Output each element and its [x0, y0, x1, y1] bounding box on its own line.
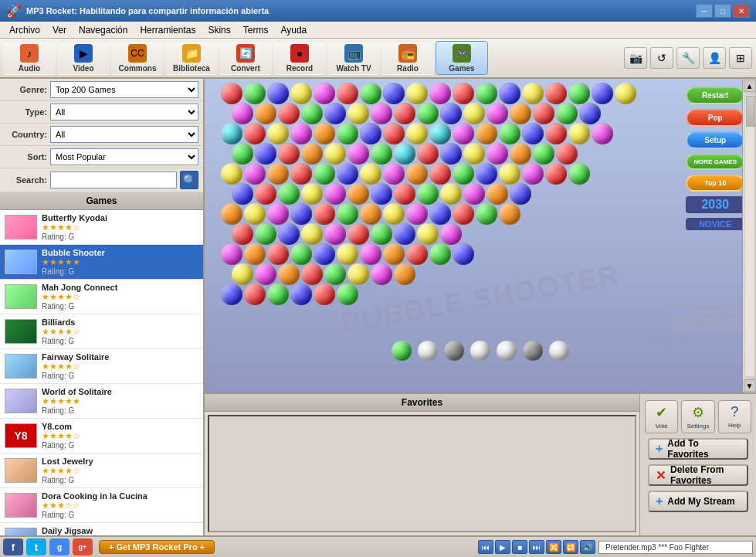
game-thumbnail	[5, 354, 37, 379]
game-info: World of Solitaire★★★★★Rating: G	[42, 387, 198, 415]
toolbar-commons[interactable]: CC Commons	[111, 41, 164, 75]
minimize-button[interactable]: ─	[696, 4, 713, 18]
more-games-button[interactable]: MORE GAMES	[686, 154, 744, 170]
favorites-panel: Favorites	[205, 394, 640, 535]
top10-button[interactable]: Top 10	[686, 175, 744, 192]
game-scrollbar[interactable]: ▲ ▼	[742, 79, 756, 392]
game-stars: ★★★☆☆	[42, 501, 198, 511]
settings-button[interactable]: 🔧	[676, 47, 700, 69]
screenshot-button[interactable]: 📷	[624, 47, 647, 69]
game-list-item[interactable]: Butterfly Kyodai★★★★☆Rating: G	[0, 210, 203, 245]
googleplus-button[interactable]: g+	[73, 538, 93, 555]
search-input[interactable]	[50, 172, 177, 188]
genre-select[interactable]: Top 200 Games Action Puzzle	[50, 81, 198, 98]
game-rating: Rating: G	[42, 337, 198, 345]
game-stars: ★★★★☆	[42, 431, 198, 441]
twitter-button[interactable]: t	[26, 538, 46, 555]
pop-button[interactable]: Pop	[686, 109, 744, 127]
game-thumbnail	[5, 493, 37, 518]
menu-navegacion[interactable]: Navegación	[73, 23, 134, 37]
menubar: Archivo Ver Navegación Herramientas Skin…	[0, 22, 756, 39]
game-list-item[interactable]: Lost Jewelry★★★★☆Rating: G	[0, 453, 203, 488]
game-stars: ★★★★☆	[42, 362, 198, 372]
restart-button[interactable]: Restart	[686, 87, 744, 104]
game-list-item[interactable]: Billiards★★★★☆Rating: G	[0, 314, 203, 349]
game-list-item[interactable]: Y8Y8.com★★★★☆Rating: G	[0, 419, 203, 453]
sort-select[interactable]: Most Popular Rating	[50, 148, 198, 165]
game-list-item[interactable]: World of Solitaire★★★★★Rating: G	[0, 384, 203, 419]
google-button[interactable]: g	[49, 538, 69, 555]
type-label: Type:	[5, 107, 47, 117]
next-button[interactable]: ⏭	[529, 540, 544, 554]
fullscreen-button[interactable]: ⊞	[729, 47, 752, 69]
game-canvas: Download this game for:Windows, MAC,Palm…	[205, 79, 756, 392]
game-rating: Rating: G	[42, 233, 198, 241]
menu-archivo[interactable]: Archivo	[3, 23, 46, 37]
game-list-item[interactable]: Dora Cooking in la Cucina★★★☆☆Rating: G	[0, 488, 203, 523]
play-button[interactable]: ▶	[495, 540, 510, 554]
menu-herramientas[interactable]: Herramientas	[134, 23, 202, 37]
game-list-item[interactable]: Fairway Solitaire★★★★☆Rating: G	[0, 349, 203, 384]
games-list-header: Games	[0, 192, 203, 210]
game-rating: Rating: G	[42, 406, 198, 415]
add-favorites-plus-icon: +	[656, 442, 663, 456]
vote-button[interactable]: ✔ Vote	[645, 400, 678, 433]
close-button[interactable]: ✕	[733, 4, 750, 18]
game-thumbnail	[5, 215, 37, 239]
scroll-down-arrow[interactable]: ▼	[744, 379, 756, 392]
facebook-button[interactable]: f	[3, 538, 23, 555]
player-controls: ⏮ ▶ ■ ⏭ 🔀 🔁 🔊	[478, 540, 595, 554]
game-frame[interactable]: Download this game for:Windows, MAC,Palm…	[205, 79, 756, 392]
pro-button[interactable]: + Get MP3 Rocket Pro +	[99, 540, 215, 554]
game-rating: Rating: G	[42, 511, 198, 519]
toolbar-video[interactable]: ▶ Video	[57, 41, 110, 75]
toolbar-record[interactable]: ● Record	[273, 41, 326, 75]
add-stream-button[interactable]: + Add My Stream	[648, 491, 748, 512]
prev-button[interactable]: ⏮	[478, 540, 493, 554]
add-favorites-button[interactable]: + Add To Favorites	[648, 438, 748, 460]
delete-favorites-button[interactable]: ✕ Delete From Favorites	[648, 464, 748, 486]
help-label: Help	[728, 422, 741, 429]
volume-button[interactable]: 🔊	[580, 540, 595, 554]
shuffle-button[interactable]: 🔀	[546, 540, 561, 554]
menu-ayuda[interactable]: Ayuda	[274, 23, 313, 37]
sort-label: Sort:	[5, 152, 47, 161]
video-icon: ▶	[74, 44, 93, 63]
game-info: Lost Jewelry★★★★☆Rating: G	[42, 457, 198, 484]
convert-icon: 🔄	[236, 44, 255, 63]
game-info: Dora Cooking in la Cucina★★★☆☆Rating: G	[42, 491, 198, 519]
menu-ver[interactable]: Ver	[46, 23, 73, 37]
country-select[interactable]: All	[50, 126, 198, 143]
toolbar-biblioteca[interactable]: 📁 Biblioteca	[165, 41, 218, 75]
setup-button[interactable]: Setup	[686, 131, 744, 149]
toolbar-watch[interactable]: 📺 Watch TV	[327, 41, 380, 75]
settings-action-button[interactable]: ⚙ Settings	[681, 400, 714, 433]
game-rating: Rating: G	[42, 372, 198, 380]
add-stream-label: Add My Stream	[667, 496, 734, 507]
game-info: Bubble Shooter★★★★★Rating: G	[42, 248, 198, 276]
toolbar-audio[interactable]: ♪ Audio	[3, 41, 56, 75]
type-select[interactable]: All	[50, 104, 198, 121]
game-list-item[interactable]: Bubble Shooter★★★★★Rating: G	[0, 245, 203, 280]
type-filter-row: Type: All	[0, 101, 203, 124]
watch-label: Watch TV	[336, 64, 371, 73]
stop-button[interactable]: ■	[512, 540, 527, 554]
toolbar-games[interactable]: 🎮 Games	[436, 41, 488, 75]
game-thumbnail	[5, 284, 37, 309]
scroll-thumb[interactable]	[746, 96, 755, 127]
add-favorites-label: Add To Favorites	[667, 438, 741, 460]
search-button[interactable]: 🔍	[180, 171, 198, 189]
help-button[interactable]: ? Help	[718, 400, 751, 433]
menu-skins[interactable]: Skins	[202, 23, 236, 37]
toolbar-radio[interactable]: 📻 Radio	[381, 41, 434, 75]
scroll-up-arrow[interactable]: ▲	[744, 80, 756, 92]
country-filter-row: Country: All	[0, 124, 203, 146]
refresh-button[interactable]: ↺	[650, 47, 673, 69]
game-list-item[interactable]: Mah Jong Connect★★★★☆Rating: G	[0, 280, 203, 314]
game-list-item[interactable]: Daily Jigsaw★★★★☆Rating: G	[0, 523, 203, 535]
toolbar-convert[interactable]: 🔄 Convert	[219, 41, 272, 75]
repeat-button[interactable]: 🔁	[563, 540, 578, 554]
user-button[interactable]: 👤	[703, 47, 726, 69]
menu-terms[interactable]: Terms	[237, 23, 275, 37]
maximize-button[interactable]: □	[714, 4, 731, 18]
